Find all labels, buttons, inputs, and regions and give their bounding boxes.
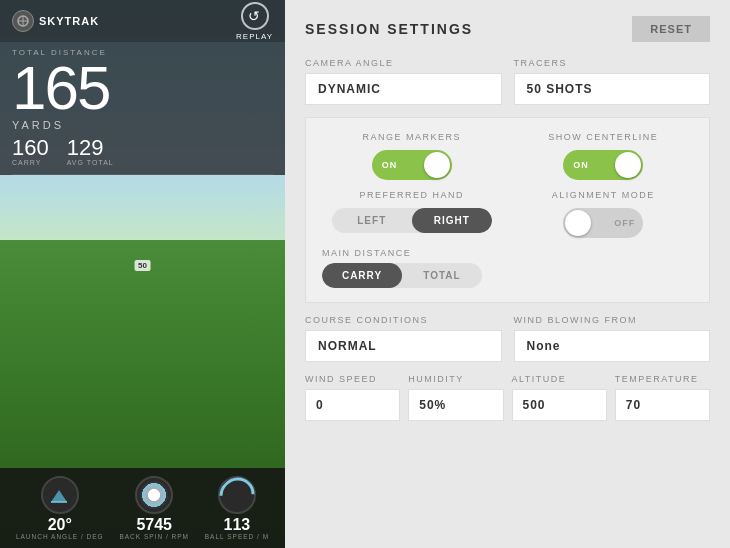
main-distance-label: MAIN DISTANCE: [322, 248, 411, 258]
wind-speed-setting: WIND SPEED 0: [305, 374, 400, 421]
toggles-section: RANGE MARKERS ON SHOW CENTERLINE ON PREF…: [305, 117, 710, 303]
humidity-value[interactable]: 50%: [408, 389, 503, 421]
alignment-mode-toggle[interactable]: OFF: [563, 208, 643, 238]
yards-label: YARDS: [12, 119, 273, 131]
altitude-value[interactable]: 500: [512, 389, 607, 421]
hand-right-option[interactable]: RIGHT: [412, 208, 492, 233]
show-centerline-knob: [615, 152, 641, 178]
stats-overlay: TOTAL DISTANCE 165 YARDS 160 CARRY 129 A…: [0, 42, 285, 175]
camera-angle-value[interactable]: DYNAMIC: [305, 73, 502, 105]
course-conditions-value[interactable]: NORMAL: [305, 330, 502, 362]
carry-stat: 160 CARRY: [12, 137, 49, 166]
launch-angle-value: 20°: [48, 517, 72, 533]
logo-text: SKYTRAK: [39, 15, 99, 27]
show-centerline-toggle[interactable]: ON: [563, 150, 643, 180]
carry-label: CARRY: [12, 159, 49, 166]
spin-graphic: [140, 481, 168, 509]
preferred-hand-setting: PREFERRED HAND LEFT RIGHT: [322, 190, 502, 238]
logo-icon: [12, 10, 34, 32]
ball-speed-label: BALL SPEED / M: [205, 533, 269, 540]
reset-button[interactable]: RESET: [632, 16, 710, 42]
replay-label: REPLAY: [236, 32, 273, 41]
back-spin-value: 5745: [136, 517, 172, 533]
temperature-label: TEMPERATURE: [615, 374, 710, 384]
hand-segmented-control[interactable]: LEFT RIGHT: [332, 208, 492, 233]
ball-speed-stat: 113 BALL SPEED / M: [205, 476, 269, 540]
range-markers-toggle-item: RANGE MARKERS ON: [322, 132, 502, 180]
alignment-mode-label: ALIGNMENT MODE: [552, 190, 655, 200]
toggle-row-1: RANGE MARKERS ON SHOW CENTERLINE ON: [322, 132, 693, 180]
bottom-stats-bar: 20° LAUNCH ANGLE / DEG 5745 BACK SPIN / …: [0, 468, 285, 548]
range-markers-toggle[interactable]: ON: [372, 150, 452, 180]
ball-speed-icon: [218, 476, 256, 514]
distance-segmented-control[interactable]: CARRY TOTAL: [322, 263, 482, 288]
launch-angle-label: LAUNCH ANGLE / DEG: [16, 533, 104, 540]
angle-icon: [49, 484, 71, 506]
course-wind-row: COURSE CONDITIONS NORMAL WIND BLOWING FR…: [305, 315, 710, 362]
replay-button[interactable]: ↺ REPLAY: [236, 2, 273, 41]
wind-blowing-setting: WIND BLOWING FROM None: [514, 315, 711, 362]
range-markers-knob: [424, 152, 450, 178]
ball-speed-value: 113: [224, 517, 251, 533]
alignment-mode-setting: ALIGNMENT MODE OFF: [514, 190, 694, 238]
panel-header: SESSION SETTINGS RESET: [305, 16, 710, 42]
distance-marker: 50: [134, 260, 151, 271]
wind-blowing-label: WIND BLOWING FROM: [514, 315, 711, 325]
speed-arc-graphic: [212, 470, 261, 519]
altitude-label: ALTITUDE: [512, 374, 607, 384]
avg-total-value: 129: [67, 137, 114, 159]
avg-total-label: AVG TOTAL: [67, 159, 114, 166]
back-spin-label: BACK SPIN / RPM: [119, 533, 189, 540]
distance-total-option[interactable]: TOTAL: [402, 263, 482, 288]
altitude-setting: ALTITUDE 500: [512, 374, 607, 421]
show-centerline-state: ON: [573, 160, 589, 170]
range-markers-state: ON: [382, 160, 398, 170]
wind-blowing-value[interactable]: None: [514, 330, 711, 362]
show-centerline-label: SHOW CENTERLINE: [548, 132, 658, 142]
right-panel: SESSION SETTINGS RESET CAMERA ANGLE DYNA…: [285, 0, 730, 548]
logo-graphic: [16, 14, 30, 28]
preferred-hand-label: PREFERRED HAND: [359, 190, 464, 200]
camera-tracers-row: CAMERA ANGLE DYNAMIC TRACERS 50 SHOTS: [305, 58, 710, 105]
back-spin-icon: [135, 476, 173, 514]
course-conditions-label: COURSE CONDITIONS: [305, 315, 502, 325]
big-distance-number: 165: [12, 57, 273, 119]
skytrak-logo: SKYTRAK: [12, 10, 99, 32]
course-conditions-setting: COURSE CONDITIONS NORMAL: [305, 315, 502, 362]
alignment-state: OFF: [614, 218, 635, 228]
top-bar: SKYTRAK ↺ REPLAY: [0, 0, 285, 42]
svg-marker-3: [51, 490, 67, 502]
left-panel: SKYTRAK ↺ REPLAY TOTAL DISTANCE 165 YARD…: [0, 0, 285, 548]
hand-left-option[interactable]: LEFT: [332, 208, 412, 233]
humidity-setting: HUMIDITY 50%: [408, 374, 503, 421]
weather-settings-row: WIND SPEED 0 HUMIDITY 50% ALTITUDE 500 T…: [305, 374, 710, 421]
temperature-value[interactable]: 70: [615, 389, 710, 421]
tracers-label: TRACERS: [514, 58, 711, 68]
tracers-setting: TRACERS 50 SHOTS: [514, 58, 711, 105]
carry-value: 160: [12, 137, 49, 159]
camera-angle-label: CAMERA ANGLE: [305, 58, 502, 68]
distance-carry-option[interactable]: CARRY: [322, 263, 402, 288]
range-markers-label: RANGE MARKERS: [362, 132, 461, 142]
toggle-row-2: PREFERRED HAND LEFT RIGHT ALIGNMENT MODE…: [322, 190, 693, 238]
launch-angle-icon: [41, 476, 79, 514]
launch-angle-stat: 20° LAUNCH ANGLE / DEG: [16, 476, 104, 540]
humidity-label: HUMIDITY: [408, 374, 503, 384]
temperature-setting: TEMPERATURE 70: [615, 374, 710, 421]
sub-stats: 160 CARRY 129 AVG TOTAL: [12, 137, 273, 175]
show-centerline-toggle-item: SHOW CENTERLINE ON: [514, 132, 694, 180]
alignment-knob: [565, 210, 591, 236]
wind-speed-value[interactable]: 0: [305, 389, 400, 421]
wind-speed-label: WIND SPEED: [305, 374, 400, 384]
tracers-value[interactable]: 50 SHOTS: [514, 73, 711, 105]
session-settings-title: SESSION SETTINGS: [305, 21, 473, 37]
replay-circle-icon: ↺: [241, 2, 269, 30]
camera-angle-setting: CAMERA ANGLE DYNAMIC: [305, 58, 502, 105]
main-distance-setting: MAIN DISTANCE CARRY TOTAL: [322, 248, 693, 288]
back-spin-stat: 5745 BACK SPIN / RPM: [119, 476, 189, 540]
avg-total-stat: 129 AVG TOTAL: [67, 137, 114, 166]
